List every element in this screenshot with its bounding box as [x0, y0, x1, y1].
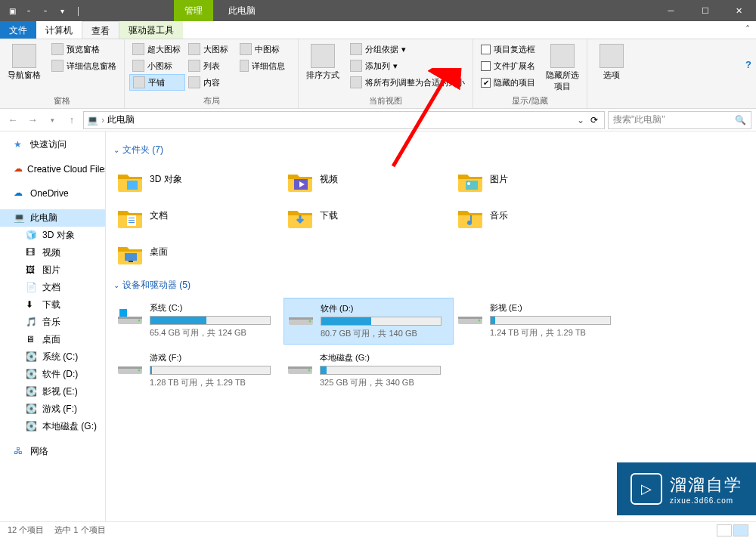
sidebar-item-onedrive[interactable]: ☁OneDrive — [0, 185, 105, 202]
layout-content[interactable]: 内容 — [185, 74, 237, 91]
item-icon: 💽 — [26, 351, 38, 363]
thumbnails-view-button[interactable] — [733, 524, 748, 536]
item-icon: 💽 — [26, 386, 38, 398]
layout-details[interactable]: 详细信息 — [237, 57, 288, 74]
folder-item[interactable]: 下载 — [284, 199, 454, 232]
sidebar-item[interactable]: 🎞视频 — [0, 244, 105, 261]
tab-view[interactable]: 查看 — [82, 21, 119, 39]
search-box[interactable]: 搜索"此电脑" 🔍 — [608, 111, 751, 129]
qat-dropdown[interactable]: ▾ — [54, 3, 70, 18]
forward-button[interactable]: → — [24, 112, 41, 128]
add-columns-icon — [350, 60, 362, 72]
sidebar-item[interactable]: 🎵音乐 — [0, 314, 105, 331]
refresh-icon[interactable]: ⟳ — [587, 115, 601, 125]
group-by-button[interactable]: 分组依据 ▾ — [347, 41, 468, 57]
drive-item[interactable]: 影视 (E:)1.24 TB 可用，共 1.29 TB — [454, 298, 624, 345]
hide-selected-button[interactable]: 隐藏所选项目 — [543, 41, 582, 92]
layout-small[interactable]: 小图标 — [129, 57, 185, 74]
drive-item[interactable]: 游戏 (F:)1.28 TB 可用，共 1.29 TB — [113, 348, 284, 393]
layout-medium[interactable]: 中图标 — [237, 41, 288, 57]
sidebar-item[interactable]: 💽本地磁盘 (G:) — [0, 418, 105, 435]
pc-icon: 💻 — [14, 212, 26, 224]
ribbon-group-options: 选项 — [587, 39, 636, 108]
folder-item[interactable]: 音乐 — [454, 199, 624, 232]
sort-by-button[interactable]: 排序方式 — [303, 41, 342, 81]
layout-tiles[interactable]: 平铺 — [129, 74, 185, 91]
tab-file[interactable]: 文件 — [0, 21, 36, 39]
address-bar[interactable]: 💻 › 此电脑 ⌄ ⟳ — [83, 111, 605, 129]
file-extensions-toggle[interactable]: 文件扩展名 — [478, 57, 538, 74]
drive-item[interactable]: 系统 (C:)65.4 GB 可用，共 124 GB — [113, 298, 284, 345]
folder-icon — [116, 202, 144, 229]
sidebar-item[interactable]: 🖼图片 — [0, 261, 105, 279]
sidebar-item[interactable]: 💽软件 (D:) — [0, 366, 105, 383]
details-view-button[interactable] — [717, 524, 732, 536]
drive-item[interactable]: 软件 (D:)80.7 GB 可用，共 140 GB — [284, 298, 454, 345]
tab-computer[interactable]: 计算机 — [36, 21, 82, 39]
item-checkboxes-label: 项目复选框 — [494, 44, 535, 55]
search-icon: 🔍 — [735, 115, 746, 125]
folder-item[interactable]: 文档 — [113, 199, 284, 232]
drives-grid: 系统 (C:)65.4 GB 可用，共 124 GB软件 (D:)80.7 GB… — [113, 298, 748, 393]
layout-list[interactable]: 列表 — [185, 57, 237, 74]
folder-icon — [116, 165, 144, 193]
sidebar-item[interactable]: 💽影视 (E:) — [0, 383, 105, 400]
small-icon — [132, 60, 144, 72]
onedrive-label: OneDrive — [30, 188, 69, 199]
sidebar-item[interactable]: ⬇下载 — [0, 296, 105, 314]
add-columns-button[interactable]: 添加列 ▾ — [347, 57, 468, 74]
collapse-ribbon-icon[interactable]: ˄ — [739, 21, 756, 39]
layout-xlarge[interactable]: 超大图标 — [129, 41, 185, 57]
folder-label: 3D 对象 — [150, 173, 182, 186]
preview-pane-button[interactable]: 预览窗格 — [48, 41, 119, 57]
options-label: 选项 — [603, 70, 620, 81]
folder-item[interactable]: 视频 — [284, 162, 454, 196]
item-checkboxes-toggle[interactable]: 项目复选框 — [478, 41, 538, 57]
svg-rect-8 — [129, 222, 135, 223]
sidebar-item-this-pc[interactable]: 💻此电脑 — [0, 209, 105, 227]
hidden-items-toggle[interactable]: ✔隐藏的项目 — [478, 74, 538, 91]
group-label-panes: 窗格 — [5, 94, 119, 108]
folder-item[interactable]: 图片 — [454, 162, 624, 196]
onedrive-icon: ☁ — [14, 187, 26, 199]
recent-locations[interactable]: ▾ — [44, 112, 60, 128]
sidebar-item[interactable]: 📄文档 — [0, 279, 105, 296]
qat-btn[interactable]: ▫ — [38, 3, 53, 18]
layout-large[interactable]: 大图标 — [185, 41, 237, 57]
sidebar-item[interactable]: 💽系统 (C:) — [0, 348, 105, 366]
sidebar-item[interactable]: 🧊3D 对象 — [0, 227, 105, 244]
address-dropdown-icon[interactable]: ⌄ — [577, 115, 584, 125]
folders-header-label: 文件夹 (7) — [122, 144, 163, 156]
layout-tiles-label: 平铺 — [148, 77, 165, 88]
tab-drive-tools[interactable]: 驱动器工具 — [119, 21, 183, 39]
breadcrumb[interactable]: 此电脑 — [107, 113, 135, 126]
sidebar-item-quick-access[interactable]: ★快速访问 — [0, 136, 105, 153]
group-header-folders[interactable]: ⌄文件夹 (7) — [113, 144, 748, 156]
svg-rect-22 — [118, 366, 142, 369]
ribbon-tabs: 文件 计算机 查看 驱动器工具 ˄ — [0, 21, 756, 39]
folder-item[interactable]: 3D 对象 — [113, 162, 284, 196]
nav-pane-button[interactable]: 导航窗格 — [5, 41, 44, 81]
help-icon[interactable]: ? — [745, 59, 751, 70]
content-icon — [188, 76, 200, 88]
maximize-button[interactable]: ☐ — [688, 0, 722, 21]
options-button[interactable]: 选项 — [592, 41, 631, 81]
file-ext-label: 文件扩展名 — [494, 60, 535, 72]
details-pane-button[interactable]: 详细信息窗格 — [48, 57, 119, 74]
folder-label: 下载 — [320, 209, 338, 222]
sidebar-item-network[interactable]: 🖧网络 — [0, 443, 105, 460]
minimize-button[interactable]: ─ — [654, 0, 688, 21]
folder-item[interactable]: 桌面 — [113, 235, 284, 268]
qat-btn[interactable]: ▫ — [21, 3, 36, 18]
sidebar-item[interactable]: 💽游戏 (F:) — [0, 400, 105, 418]
drive-item[interactable]: 本地磁盘 (G:)325 GB 可用，共 340 GB — [284, 348, 454, 393]
layout-xlarge-label: 超大图标 — [147, 44, 181, 55]
size-all-columns-button[interactable]: 将所有列调整为合适的大小 — [347, 74, 468, 91]
close-button[interactable]: ✕ — [722, 0, 756, 21]
group-header-drives[interactable]: ⌄设备和驱动器 (5) — [113, 279, 748, 292]
sidebar-item[interactable]: 🖥桌面 — [0, 331, 105, 348]
back-button[interactable]: ← — [5, 112, 21, 128]
creative-cloud-label: Creative Cloud Files — [27, 164, 106, 175]
sidebar-item-creative-cloud[interactable]: ☁Creative Cloud Files — [0, 161, 105, 178]
up-button[interactable]: ↑ — [64, 112, 80, 128]
